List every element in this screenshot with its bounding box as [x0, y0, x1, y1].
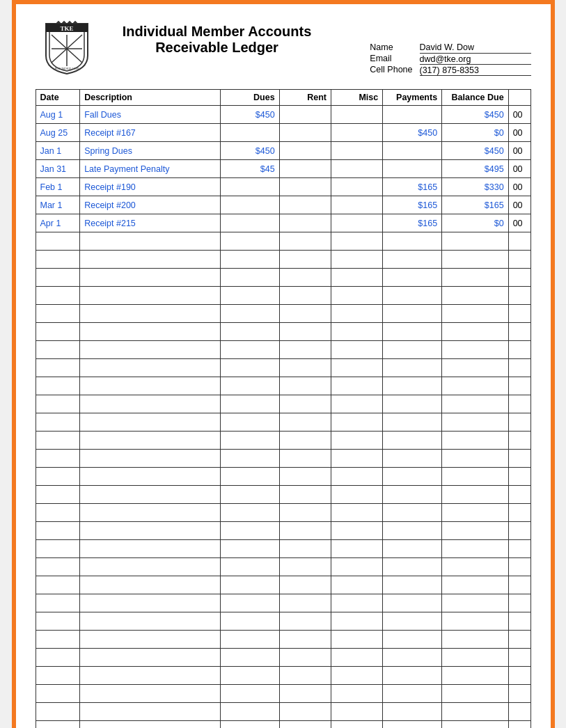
cell-cents: 00 [508, 214, 530, 232]
ledger-table: Date Description Dues Rent Misc Payments… [36, 89, 531, 728]
cell-dues [220, 124, 279, 142]
cell-empty [383, 540, 442, 558]
cell-dues: $450 [220, 142, 279, 160]
header-dues: Dues [220, 90, 279, 106]
cell-empty [383, 522, 442, 540]
table-row-empty [36, 359, 530, 377]
cell-empty [331, 432, 382, 450]
table-row-empty [36, 540, 530, 558]
cell-empty [331, 287, 382, 305]
cell-empty [279, 395, 331, 413]
cell-empty [331, 413, 382, 432]
cell-empty [279, 450, 331, 468]
cell-empty [279, 576, 331, 594]
cell-empty [36, 377, 80, 395]
table-row: Aug 1Fall Dues$450$45000 [36, 106, 530, 124]
table-row-empty [36, 377, 530, 395]
cell-empty [442, 359, 509, 377]
cell-empty [36, 504, 80, 522]
cell-empty [508, 486, 530, 504]
cell-empty [383, 504, 442, 522]
cell-empty [331, 612, 382, 631]
header-description: Description [80, 90, 221, 106]
table-row: Jan 1Spring Dues$450$45000 [36, 142, 530, 160]
cell-empty [80, 287, 221, 305]
cell-empty [279, 612, 331, 631]
cell-empty [383, 377, 442, 395]
cell-empty [383, 721, 442, 729]
cell-empty [80, 612, 221, 631]
page-title: Individual Member Accounts Receivable Le… [98, 24, 336, 56]
cell-balance: $450 [442, 142, 509, 160]
cell-empty [442, 612, 509, 631]
cell-misc [331, 178, 382, 196]
cell-empty [36, 685, 80, 703]
cell-empty [442, 576, 509, 594]
cell-empty [80, 558, 221, 576]
cell-empty [279, 468, 331, 486]
cell-empty [442, 251, 509, 269]
cell-empty [383, 576, 442, 594]
cell-empty [80, 395, 221, 413]
cell-empty [508, 703, 530, 721]
cell-empty [508, 540, 530, 558]
cell-empty [220, 576, 279, 594]
cell-balance: $165 [442, 196, 509, 214]
cell-empty [508, 576, 530, 594]
cell-description: Spring Dues [80, 142, 221, 160]
cell-empty [36, 251, 80, 269]
cell-empty [508, 359, 530, 377]
cell-empty [220, 251, 279, 269]
cell-empty [36, 594, 80, 612]
cell-rent [279, 178, 331, 196]
cell-empty [331, 450, 382, 468]
phone-value: (317) 875-8353 [420, 64, 531, 75]
cell-empty [331, 323, 382, 341]
crest-icon: ΤΚΕ FOUNDED 1899 [42, 21, 92, 77]
cell-empty [220, 667, 279, 685]
cell-empty [508, 413, 530, 432]
cell-empty [442, 432, 509, 450]
cell-empty [442, 395, 509, 413]
cell-empty [220, 540, 279, 558]
cell-empty [36, 540, 80, 558]
cell-empty [383, 649, 442, 667]
cell-empty [442, 558, 509, 576]
cell-cents: 00 [508, 106, 530, 124]
cell-empty [220, 504, 279, 522]
table-row-empty [36, 395, 530, 413]
cell-empty [508, 432, 530, 450]
table-row-empty [36, 631, 530, 649]
cell-empty [331, 305, 382, 323]
cell-empty [279, 540, 331, 558]
cell-cents: 00 [508, 196, 530, 214]
page: ΤΚΕ FOUNDED 1899 Individual Member Accou… [12, 0, 555, 728]
cell-empty [80, 432, 221, 450]
table-header-row: Date Description Dues Rent Misc Payments… [36, 90, 530, 106]
cell-misc [331, 124, 382, 142]
cell-empty [36, 558, 80, 576]
cell-empty [36, 232, 80, 251]
cell-balance: $330 [442, 178, 509, 196]
cell-rent [279, 160, 331, 178]
table-row-empty [36, 504, 530, 522]
cell-empty [508, 504, 530, 522]
table-row: Aug 25Receipt #167$450$000 [36, 124, 530, 142]
cell-empty [508, 287, 530, 305]
cell-empty [279, 413, 331, 432]
cell-empty [508, 232, 530, 251]
cell-empty [508, 305, 530, 323]
cell-empty [80, 305, 221, 323]
cell-empty [80, 323, 221, 341]
cell-empty [279, 341, 331, 359]
table-row: Apr 1Receipt #215$165$000 [36, 214, 530, 232]
table-row-empty [36, 450, 530, 468]
cell-cents: 00 [508, 124, 530, 142]
cell-description: Receipt #200 [80, 196, 221, 214]
cell-dues [220, 178, 279, 196]
cell-empty [508, 269, 530, 287]
info-row-email: Email dwd@tke.org [370, 53, 530, 64]
cell-empty [442, 721, 509, 729]
cell-empty [331, 558, 382, 576]
table-row: Feb 1Receipt #190$165$33000 [36, 178, 530, 196]
